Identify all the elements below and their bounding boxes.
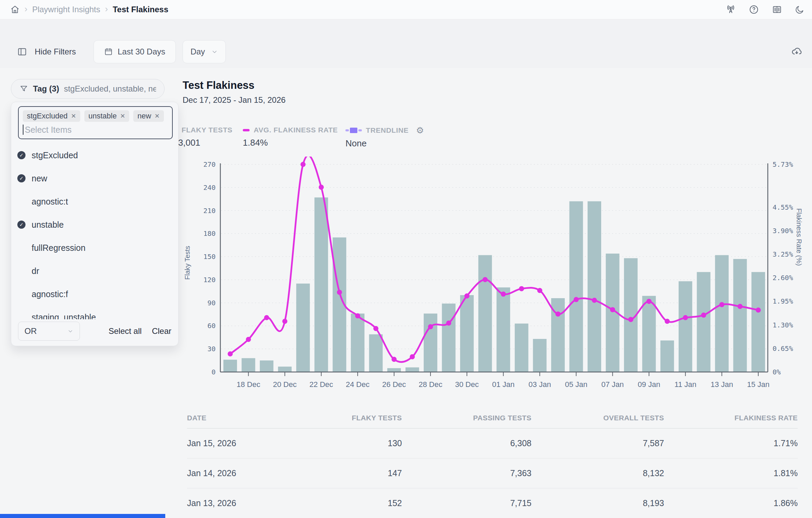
- bar-22 Dec[interactable]: [315, 197, 328, 372]
- table-cell: 130: [340, 438, 402, 448]
- bottom-scrollbar[interactable]: [0, 514, 165, 518]
- broadcast-icon[interactable]: [726, 4, 736, 15]
- bar-10 Jan[interactable]: [660, 340, 674, 372]
- select-all-link[interactable]: Select all: [108, 326, 141, 336]
- line-point-13 Jan[interactable]: [719, 302, 724, 307]
- bar-01 Jan[interactable]: [496, 287, 510, 372]
- tag-option-agnostic:t[interactable]: agnostic:t: [11, 190, 178, 213]
- legend-label: AVG. FLAKINESS RATE: [254, 126, 338, 134]
- bar-25 Dec[interactable]: [369, 334, 383, 372]
- line-point-30 Dec[interactable]: [464, 293, 470, 298]
- line-point-21 Dec[interactable]: [301, 162, 306, 167]
- line-point-14 Jan[interactable]: [738, 304, 743, 309]
- legend-avg-flakiness-rate[interactable]: AVG. FLAKINESS RATE 1.84%: [243, 126, 338, 148]
- bar-18 Dec[interactable]: [242, 358, 255, 372]
- cloud-download-icon[interactable]: [791, 46, 802, 57]
- granularity-select[interactable]: Day: [183, 40, 226, 63]
- line-point-25 Dec[interactable]: [373, 326, 378, 331]
- date-range-label: Last 30 Days: [118, 47, 165, 56]
- line-point-22 Dec[interactable]: [319, 185, 324, 190]
- breadcrumb-section[interactable]: Playwright Insights: [32, 5, 100, 14]
- tag-chip[interactable]: new✕: [133, 110, 164, 122]
- line-point-23 Dec[interactable]: [337, 290, 342, 295]
- line-point-29 Dec[interactable]: [446, 321, 451, 326]
- bar-20 Dec[interactable]: [278, 367, 292, 372]
- bar-24 Dec[interactable]: [351, 313, 365, 372]
- bar-09 Jan[interactable]: [642, 296, 656, 372]
- hide-filters-button[interactable]: Hide Filters: [17, 44, 76, 60]
- legend-trendline[interactable]: TRENDLINE ⚙ None: [345, 126, 424, 149]
- tag-chip[interactable]: stgExcluded✕: [23, 110, 80, 122]
- bar-15 Jan[interactable]: [751, 272, 765, 372]
- line-point-05 Jan[interactable]: [574, 297, 579, 302]
- line-point-01 Jan[interactable]: [501, 292, 506, 297]
- bar-06 Jan[interactable]: [588, 201, 601, 372]
- operator-value: OR: [24, 326, 37, 336]
- bar-21 Dec[interactable]: [296, 284, 310, 372]
- tag-option-unstable[interactable]: ✓unstable: [11, 213, 178, 236]
- line-point-04 Jan[interactable]: [555, 311, 560, 317]
- bar-31 Dec[interactable]: [478, 255, 492, 372]
- help-icon[interactable]: [749, 4, 759, 15]
- line-point-08 Jan[interactable]: [628, 317, 633, 322]
- line-point-18 Dec[interactable]: [246, 337, 251, 342]
- tag-select-input[interactable]: stgExcluded✕unstable✕new✕ Select Items: [18, 106, 173, 139]
- tag-option-fullRegression[interactable]: fullRegression: [11, 236, 178, 259]
- line-point-02 Jan[interactable]: [519, 286, 524, 291]
- bar-14 Jan[interactable]: [733, 259, 747, 372]
- tag-option-agnostic:f[interactable]: agnostic:f: [11, 282, 178, 306]
- tag-option-staging_unstable[interactable]: staging_unstable: [11, 306, 178, 319]
- clear-link[interactable]: Clear: [152, 326, 171, 336]
- tag-chip-label: stgExcluded: [27, 112, 68, 120]
- tag-filter-pill[interactable]: Tag (3) stgExcluded, unstable, new: [11, 79, 165, 99]
- bar-03 Jan[interactable]: [533, 339, 546, 372]
- line-point-19 Dec[interactable]: [264, 315, 269, 320]
- bar-28 Dec[interactable]: [424, 313, 437, 372]
- svg-text:11 Jan: 11 Jan: [675, 380, 696, 388]
- line-point-10 Jan[interactable]: [665, 319, 670, 324]
- bar-27 Dec[interactable]: [406, 367, 419, 372]
- chip-remove-icon[interactable]: ✕: [120, 112, 125, 120]
- bar-26 Dec[interactable]: [387, 368, 401, 372]
- line-point-06 Jan[interactable]: [592, 298, 597, 303]
- bar-05 Jan[interactable]: [569, 201, 583, 372]
- bar-12 Jan[interactable]: [697, 272, 710, 372]
- line-point-17 Dec[interactable]: [228, 351, 233, 356]
- tag-option-stgExcluded[interactable]: ✓stgExcluded: [11, 144, 178, 167]
- line-point-03 Jan[interactable]: [537, 288, 542, 293]
- chip-remove-icon[interactable]: ✕: [155, 112, 160, 120]
- line-point-12 Jan[interactable]: [701, 312, 706, 318]
- line-point-24 Dec[interactable]: [355, 313, 360, 318]
- home-icon[interactable]: [10, 5, 20, 14]
- legend-flaky-tests[interactable]: FLAKY TESTS 3,001: [170, 126, 233, 148]
- line-point-27 Dec[interactable]: [410, 354, 415, 359]
- bar-30 Dec[interactable]: [460, 295, 474, 372]
- operator-select[interactable]: OR: [18, 322, 80, 341]
- tag-option-dr[interactable]: dr: [11, 259, 178, 282]
- bar-11 Jan[interactable]: [679, 281, 692, 372]
- line-point-28 Dec[interactable]: [428, 324, 433, 329]
- footer-links: Select all Clear: [108, 326, 171, 336]
- line-point-09 Jan[interactable]: [646, 299, 652, 304]
- svg-text:24 Dec: 24 Dec: [346, 380, 370, 388]
- line-point-07 Jan[interactable]: [610, 307, 615, 312]
- gear-icon[interactable]: ⚙: [416, 126, 424, 135]
- line-point-11 Jan[interactable]: [683, 315, 688, 320]
- line-point-20 Dec[interactable]: [282, 319, 287, 324]
- docs-icon[interactable]: [772, 4, 782, 15]
- tag-option-new[interactable]: ✓new: [11, 167, 178, 190]
- bar-29 Dec[interactable]: [442, 304, 456, 372]
- line-point-15 Jan[interactable]: [756, 307, 761, 312]
- line-point-26 Dec[interactable]: [391, 357, 396, 362]
- dark-mode-icon[interactable]: [795, 5, 805, 14]
- bar-19 Dec[interactable]: [260, 360, 273, 372]
- chip-remove-icon[interactable]: ✕: [71, 112, 76, 120]
- date-range-button[interactable]: Last 30 Days: [94, 40, 176, 63]
- top-nav: › Playwright Insights › Test Flakiness: [0, 0, 812, 19]
- bar-02 Jan[interactable]: [515, 324, 528, 372]
- line-point-31 Dec[interactable]: [483, 277, 488, 282]
- breadcrumb-separator: ›: [105, 4, 108, 13]
- bar-13 Jan[interactable]: [715, 255, 729, 372]
- tag-chip[interactable]: unstable✕: [84, 110, 129, 122]
- bar-17 Dec[interactable]: [223, 360, 237, 372]
